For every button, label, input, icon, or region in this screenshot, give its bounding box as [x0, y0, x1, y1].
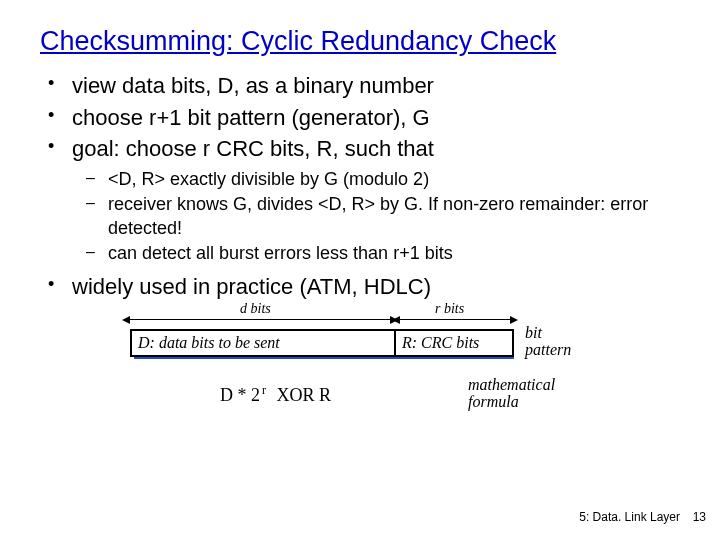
arrow-r-bits — [400, 319, 510, 320]
sub-bullet-list: <D, R> exactly divisible by G (modulo 2)… — [86, 168, 680, 266]
formula-label: mathematical formula — [468, 377, 555, 411]
formula-exponent: r — [262, 383, 266, 397]
bullet-list: view data bits, D, as a binary number ch… — [46, 71, 680, 301]
box-r-label: R: CRC bits — [396, 331, 512, 355]
box-d-label: D: data bits to be sent — [132, 331, 396, 355]
bullet-item: choose r+1 bit pattern (generator), G — [46, 103, 680, 133]
formula-text: D * 2r XOR R — [220, 383, 331, 406]
crc-figure: d bits r bits D: data bits to be sent R:… — [130, 307, 590, 419]
footer-text: 5: Data. Link Layer — [579, 510, 680, 524]
arrow-d-bits — [130, 319, 390, 320]
formula-rest: XOR R — [272, 385, 331, 405]
sub-bullet-item: receiver knows G, divides <D, R> by G. I… — [86, 193, 680, 240]
bullet-item: goal: choose r CRC bits, R, such that — [46, 134, 680, 164]
bit-pattern-box: D: data bits to be sent R: CRC bits — [130, 329, 514, 357]
sub-bullet-item: can detect all burst errors less than r+… — [86, 242, 680, 265]
d-bits-label: d bits — [240, 301, 271, 317]
formula-d: D * 2 — [220, 385, 260, 405]
bullet-item: widely used in practice (ATM, HDLC) — [46, 272, 680, 302]
bit-pattern-label: bit pattern — [525, 325, 571, 359]
page-number: 13 — [693, 510, 706, 524]
slide-title: Checksumming: Cyclic Redundancy Check — [40, 26, 680, 57]
bullet-item: view data bits, D, as a binary number — [46, 71, 680, 101]
r-bits-label: r bits — [435, 301, 464, 317]
sub-bullet-item: <D, R> exactly divisible by G (modulo 2) — [86, 168, 680, 191]
